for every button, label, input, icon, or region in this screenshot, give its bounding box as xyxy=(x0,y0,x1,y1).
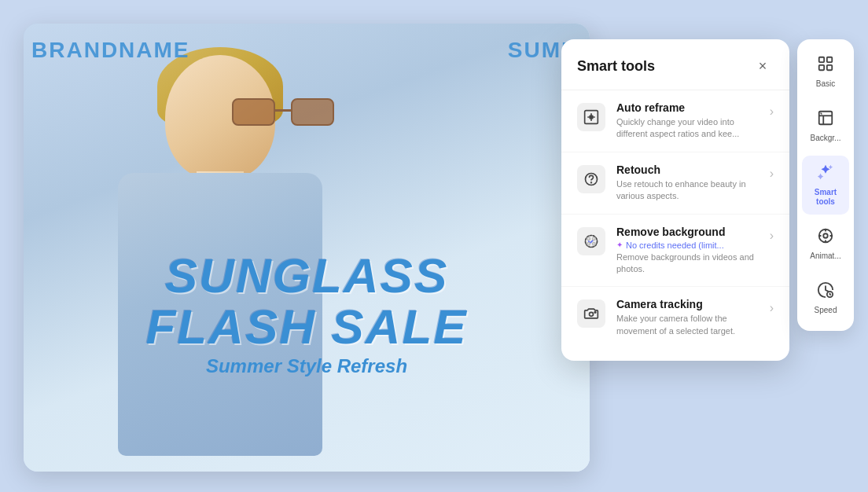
close-button[interactable]: × xyxy=(752,55,774,77)
retouch-content: Retouch Use retouch to enhance beauty in… xyxy=(616,163,759,203)
badge-text: No credits needed (limit... xyxy=(626,240,724,250)
person-head xyxy=(165,55,275,181)
sidebar-item-animate[interactable]: Animat... xyxy=(802,219,849,269)
svg-rect-11 xyxy=(819,57,824,62)
person-glasses xyxy=(232,98,334,130)
retouch-name: Retouch xyxy=(616,163,759,176)
svg-rect-14 xyxy=(827,65,832,70)
video-card: BRANDNAME SUMME SUNGLASS FLASH SALE Summ… xyxy=(24,24,590,472)
camera-tracking-name: Camera tracking xyxy=(616,298,759,310)
svg-point-5 xyxy=(587,237,590,240)
right-sidebar: Basic Backgr... Smart tools xyxy=(797,39,854,331)
sale-title-line1: SUNGLASS xyxy=(24,250,590,301)
sale-subtitle: Summer Style Refresh xyxy=(24,355,590,377)
animate-label: Animat... xyxy=(810,252,840,261)
smart-tools-icon xyxy=(817,163,834,185)
glasses-right-lens xyxy=(291,98,334,126)
background-icon xyxy=(817,109,834,130)
sale-title-line2: FLASH SALE xyxy=(24,301,590,352)
sidebar-item-background[interactable]: Backgr... xyxy=(802,101,849,151)
animate-icon xyxy=(817,227,834,248)
svg-line-18 xyxy=(821,113,822,115)
remove-background-arrow: › xyxy=(770,229,774,243)
basic-label: Basic xyxy=(816,79,835,89)
svg-point-7 xyxy=(587,242,590,244)
retouch-icon xyxy=(577,165,605,193)
sidebar-item-speed[interactable]: Speed xyxy=(802,274,849,323)
sidebar-item-basic[interactable]: Basic xyxy=(802,47,849,97)
retouch-arrow: › xyxy=(770,167,774,181)
svg-point-10 xyxy=(594,312,596,314)
svg-point-6 xyxy=(593,237,595,240)
panel-title: Smart tools xyxy=(577,58,655,75)
auto-reframe-desc: Quickly change your video into different… xyxy=(616,116,759,141)
svg-rect-1 xyxy=(590,116,594,119)
basic-icon xyxy=(817,55,834,76)
auto-reframe-icon xyxy=(577,103,605,131)
sidebar-item-smart-tools[interactable]: Smart tools xyxy=(802,156,849,215)
camera-tracking-desc: Make your camera follow the movement of … xyxy=(616,313,759,337)
svg-rect-13 xyxy=(819,65,824,70)
smart-tools-label: Smart tools xyxy=(807,188,844,207)
remove-background-badge: ✦ No credits needed (limit... xyxy=(616,240,759,250)
glasses-left-lens xyxy=(232,98,275,126)
tool-item-remove-background[interactable]: Remove background ✦ No credits needed (l… xyxy=(561,215,789,288)
tool-item-retouch[interactable]: Retouch Use retouch to enhance beauty in… xyxy=(561,152,789,215)
tool-item-auto-reframe[interactable]: Auto reframe Quickly change your video i… xyxy=(561,90,789,152)
speed-icon xyxy=(817,281,834,303)
remove-background-name: Remove background xyxy=(616,226,759,238)
auto-reframe-arrow: › xyxy=(770,105,774,119)
smart-tools-panel: Smart tools × Auto reframe Quickly chang… xyxy=(561,39,789,361)
camera-tracking-content: Camera tracking Make your camera follow … xyxy=(616,298,759,337)
svg-point-20 xyxy=(823,233,828,238)
glasses-bridge xyxy=(275,109,291,112)
tool-item-camera-tracking[interactable]: Camera tracking Make your camera follow … xyxy=(561,287,789,348)
camera-tracking-icon xyxy=(577,299,605,328)
remove-background-content: Remove background ✦ No credits needed (l… xyxy=(616,226,759,276)
remove-background-desc: Remove backgrounds in videos and photos. xyxy=(616,252,759,276)
svg-point-9 xyxy=(590,313,594,317)
auto-reframe-content: Auto reframe Quickly change your video i… xyxy=(616,101,759,141)
badge-star-icon: ✦ xyxy=(616,240,623,249)
auto-reframe-name: Auto reframe xyxy=(616,101,759,114)
svg-point-3 xyxy=(591,182,592,183)
svg-rect-12 xyxy=(827,57,832,62)
speed-label: Speed xyxy=(815,306,837,315)
sale-text-overlay: SUNGLASS FLASH SALE Summer Style Refresh xyxy=(24,250,590,377)
remove-background-icon xyxy=(577,227,605,255)
retouch-desc: Use retouch to enhance beauty in various… xyxy=(616,178,759,203)
camera-tracking-arrow: › xyxy=(770,301,774,315)
watermark-brandname: BRANDNAME xyxy=(31,38,190,63)
panel-header: Smart tools × xyxy=(561,55,789,90)
svg-point-8 xyxy=(593,242,595,244)
background-label: Backgr... xyxy=(811,134,841,143)
